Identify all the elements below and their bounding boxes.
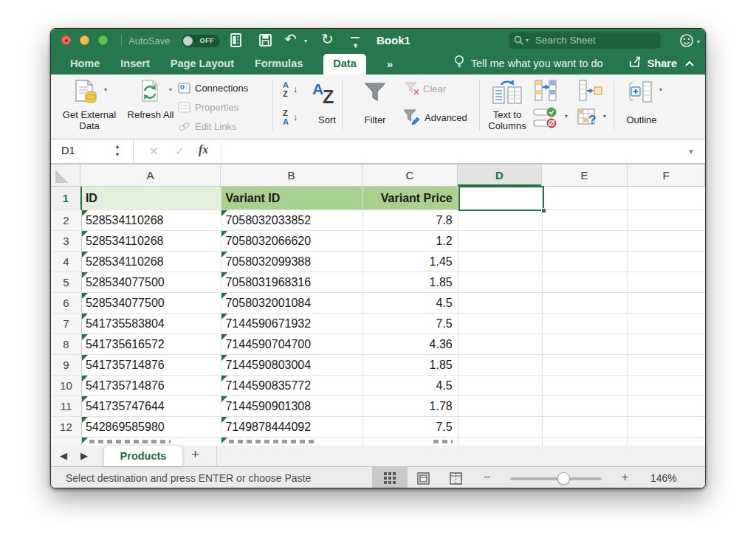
cell-A8[interactable]: 541735616572 bbox=[82, 334, 222, 355]
feedback-smiley-icon[interactable]: ▾ bbox=[679, 33, 695, 52]
sort-descending-button[interactable]: Z A ↓ bbox=[281, 108, 306, 128]
zoom-slider-track[interactable] bbox=[510, 477, 602, 480]
what-if-dropdown-icon[interactable]: ▾ bbox=[603, 113, 606, 120]
cell-B12[interactable]: 7149878444092 bbox=[221, 417, 363, 438]
cell-F3[interactable] bbox=[628, 231, 705, 252]
ribbon-tab-data[interactable]: Data bbox=[323, 54, 365, 75]
collapse-ribbon-icon[interactable] bbox=[684, 57, 695, 70]
row-header-5[interactable]: 5 bbox=[51, 272, 82, 293]
search-sheet-input[interactable]: ▾ Search Sheet bbox=[509, 32, 661, 49]
column-header-B[interactable]: B bbox=[221, 165, 362, 187]
cell-D12[interactable] bbox=[458, 417, 543, 438]
cell-B5[interactable]: 7058031968316 bbox=[221, 272, 363, 293]
add-sheet-button[interactable]: + bbox=[191, 446, 199, 463]
cell-D11[interactable] bbox=[458, 396, 543, 417]
search-scope-dropdown-icon[interactable]: ▾ bbox=[526, 37, 529, 44]
column-header-A[interactable]: A bbox=[80, 165, 221, 187]
cell-E10[interactable] bbox=[543, 376, 628, 396]
consolidate-icon[interactable] bbox=[577, 79, 603, 105]
more-tabs-icon[interactable]: » bbox=[387, 58, 393, 70]
normal-view-icon[interactable] bbox=[384, 472, 396, 487]
row-header-3[interactable]: 3 bbox=[51, 231, 82, 252]
advanced-filter-icon[interactable] bbox=[402, 108, 422, 128]
autosave-toggle[interactable]: OFF bbox=[182, 35, 220, 47]
zoom-out-button[interactable]: − bbox=[484, 471, 490, 484]
cell[interactable] bbox=[221, 438, 363, 446]
cell-D10[interactable] bbox=[458, 376, 543, 396]
cell-F9[interactable] bbox=[628, 355, 705, 376]
cell-B1[interactable]: Variant ID bbox=[221, 187, 363, 210]
cell-E8[interactable] bbox=[543, 334, 628, 355]
row-header-7[interactable]: 7 bbox=[51, 314, 82, 334]
cell-A3[interactable]: 528534110268 bbox=[82, 231, 222, 252]
cell[interactable] bbox=[82, 438, 222, 446]
sheet-tab-products[interactable]: Products bbox=[104, 446, 182, 466]
fill-handle[interactable] bbox=[541, 208, 546, 213]
cell-C4[interactable]: 1.45 bbox=[363, 252, 458, 272]
cell[interactable] bbox=[363, 438, 458, 446]
insert-function-icon[interactable]: fx bbox=[199, 143, 208, 156]
cell-D3[interactable] bbox=[458, 231, 543, 252]
toolbar-overflow-icon[interactable]: ▼ bbox=[352, 38, 359, 54]
text-to-columns-icon[interactable] bbox=[491, 78, 523, 108]
cell-E9[interactable] bbox=[543, 355, 628, 376]
cell-C9[interactable]: 1.85 bbox=[363, 355, 458, 376]
cell-E2[interactable] bbox=[543, 210, 628, 231]
new-workbook-icon[interactable] bbox=[228, 32, 244, 49]
cell-F6[interactable] bbox=[628, 293, 705, 314]
row-header-10[interactable]: 10 bbox=[51, 376, 82, 396]
row-header[interactable] bbox=[51, 438, 82, 446]
cell-A1[interactable]: ID bbox=[82, 187, 222, 210]
ribbon-tab-insert[interactable]: Insert bbox=[120, 58, 150, 69]
share-label[interactable]: Share bbox=[647, 58, 677, 69]
sort-icon[interactable]: AZ bbox=[311, 79, 343, 110]
cell-B4[interactable]: 7058032099388 bbox=[221, 252, 363, 272]
ribbon-tab-home[interactable]: Home bbox=[70, 58, 100, 69]
cell-D2[interactable] bbox=[458, 210, 543, 231]
cell-C1[interactable]: Variant Price bbox=[363, 187, 458, 210]
next-sheet-button[interactable]: ▶ bbox=[80, 450, 88, 461]
text-to-columns-button[interactable]: Text to Columns bbox=[485, 110, 529, 132]
filter-button[interactable]: Filter bbox=[355, 115, 395, 126]
outline-dropdown-icon[interactable]: ▾ bbox=[659, 86, 662, 93]
column-header-D[interactable]: D bbox=[458, 165, 542, 187]
cell-D4[interactable] bbox=[458, 252, 543, 272]
cell-B8[interactable]: 7144590704700 bbox=[221, 334, 363, 355]
data-validation-icon[interactable] bbox=[532, 107, 560, 131]
cell-C5[interactable]: 1.85 bbox=[363, 272, 458, 293]
cell-C11[interactable]: 1.78 bbox=[363, 396, 458, 417]
cell-C10[interactable]: 4.5 bbox=[363, 376, 458, 396]
row-header-8[interactable]: 8 bbox=[51, 334, 82, 355]
active-cell-selection[interactable] bbox=[458, 186, 544, 211]
ribbon-tab-page-layout[interactable]: Page Layout bbox=[171, 58, 234, 69]
column-header-E[interactable]: E bbox=[542, 165, 628, 187]
outline-icon[interactable] bbox=[627, 80, 655, 108]
cell-D5[interactable] bbox=[458, 272, 543, 293]
row-header-11[interactable]: 11 bbox=[51, 396, 82, 417]
name-box-stepper[interactable]: ▲▼ bbox=[114, 142, 120, 159]
cell-A5[interactable]: 528534077500 bbox=[82, 272, 222, 293]
cell-A7[interactable]: 541735583804 bbox=[82, 314, 222, 334]
undo-icon[interactable]: ↶ bbox=[284, 31, 297, 47]
cell-F11[interactable] bbox=[628, 396, 705, 417]
cell-F2[interactable] bbox=[628, 210, 705, 231]
close-button[interactable] bbox=[61, 35, 71, 45]
cell-A11[interactable]: 541735747644 bbox=[82, 396, 222, 417]
column-header-F[interactable]: F bbox=[628, 165, 705, 187]
cell-B3[interactable]: 7058032066620 bbox=[221, 231, 363, 252]
cell-A6[interactable]: 528534077500 bbox=[82, 293, 222, 314]
undo-dropdown-icon[interactable]: ▾ bbox=[304, 38, 307, 44]
cell[interactable] bbox=[628, 438, 705, 446]
cell-A2[interactable]: 528534110268 bbox=[82, 210, 222, 231]
row-header-4[interactable]: 4 bbox=[51, 252, 82, 272]
cell-E12[interactable] bbox=[543, 417, 628, 438]
cell-A9[interactable]: 541735714876 bbox=[82, 355, 222, 376]
cell-E1[interactable] bbox=[543, 187, 628, 210]
cell-D9[interactable] bbox=[458, 355, 543, 376]
redo-icon[interactable]: ↻ bbox=[321, 31, 334, 47]
cell-B9[interactable]: 7144590803004 bbox=[221, 355, 363, 376]
minimize-button[interactable] bbox=[80, 35, 89, 45]
cell-F10[interactable] bbox=[628, 376, 705, 396]
cell-F12[interactable] bbox=[628, 417, 705, 438]
cell-E11[interactable] bbox=[543, 396, 628, 417]
